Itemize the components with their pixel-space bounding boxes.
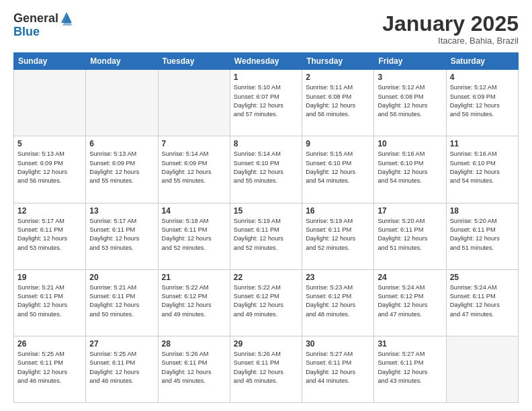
table-row: 23Sunrise: 5:23 AM Sunset: 6:12 PM Dayli… [302, 269, 374, 336]
location-subtitle: Itacare, Bahia, Brazil [382, 36, 519, 46]
day-info: Sunrise: 5:19 AM Sunset: 6:11 PM Dayligh… [306, 217, 370, 253]
day-info: Sunrise: 5:10 AM Sunset: 6:07 PM Dayligh… [234, 83, 298, 119]
day-number: 2 [306, 73, 370, 82]
day-number: 15 [234, 206, 298, 216]
calendar-header-row: Sunday Monday Tuesday Wednesday Thursday… [14, 53, 519, 70]
table-row: 2Sunrise: 5:11 AM Sunset: 6:08 PM Daylig… [302, 70, 374, 136]
table-row: 21Sunrise: 5:22 AM Sunset: 6:12 PM Dayli… [158, 269, 230, 336]
header-thursday: Thursday [302, 53, 374, 70]
table-row: 3Sunrise: 5:12 AM Sunset: 6:08 PM Daylig… [374, 70, 446, 136]
day-number: 20 [89, 273, 154, 282]
day-number: 17 [378, 206, 442, 216]
table-row: 28Sunrise: 5:26 AM Sunset: 6:11 PM Dayli… [158, 336, 230, 402]
table-row: 17Sunrise: 5:20 AM Sunset: 6:11 PM Dayli… [374, 203, 446, 269]
table-row: 14Sunrise: 5:18 AM Sunset: 6:11 PM Dayli… [158, 203, 230, 269]
table-row: 31Sunrise: 5:27 AM Sunset: 6:11 PM Dayli… [374, 336, 446, 402]
header-friday: Friday [374, 53, 446, 70]
day-info: Sunrise: 5:12 AM Sunset: 6:09 PM Dayligh… [450, 83, 515, 119]
day-number: 27 [89, 339, 154, 349]
logo: General Blue [13, 12, 73, 39]
table-row: 27Sunrise: 5:25 AM Sunset: 6:11 PM Dayli… [86, 336, 158, 402]
day-info: Sunrise: 5:17 AM Sunset: 6:11 PM Dayligh… [17, 217, 82, 253]
logo-general: General [13, 12, 58, 26]
day-number: 26 [17, 339, 82, 349]
table-row: 25Sunrise: 5:24 AM Sunset: 6:11 PM Dayli… [446, 269, 518, 336]
day-info: Sunrise: 5:20 AM Sunset: 6:11 PM Dayligh… [378, 217, 442, 253]
calendar-week-row: 26Sunrise: 5:25 AM Sunset: 6:11 PM Dayli… [14, 336, 519, 402]
calendar-week-row: 1Sunrise: 5:10 AM Sunset: 6:07 PM Daylig… [14, 70, 519, 136]
day-number: 4 [450, 73, 515, 82]
table-row: 22Sunrise: 5:22 AM Sunset: 6:12 PM Dayli… [230, 269, 302, 336]
day-number: 11 [450, 139, 515, 148]
day-number: 19 [17, 273, 82, 282]
day-number: 25 [450, 273, 515, 282]
header-tuesday: Tuesday [158, 53, 230, 70]
month-title: January 2025 [382, 12, 519, 36]
day-number: 23 [306, 273, 370, 282]
table-row: 9Sunrise: 5:15 AM Sunset: 6:10 PM Daylig… [302, 136, 374, 203]
day-info: Sunrise: 5:22 AM Sunset: 6:12 PM Dayligh… [162, 283, 226, 319]
day-number: 24 [378, 273, 442, 282]
table-row: 16Sunrise: 5:19 AM Sunset: 6:11 PM Dayli… [302, 203, 374, 269]
day-number: 16 [306, 206, 370, 216]
day-info: Sunrise: 5:11 AM Sunset: 6:08 PM Dayligh… [306, 83, 370, 119]
day-info: Sunrise: 5:26 AM Sunset: 6:11 PM Dayligh… [162, 350, 226, 385]
day-number: 14 [162, 206, 226, 216]
page: General Blue January 2025 Itacare, Bahia… [0, 0, 532, 411]
day-info: Sunrise: 5:26 AM Sunset: 6:11 PM Dayligh… [234, 350, 298, 385]
header-monday: Monday [86, 53, 158, 70]
day-info: Sunrise: 5:25 AM Sunset: 6:11 PM Dayligh… [89, 350, 154, 385]
day-info: Sunrise: 5:14 AM Sunset: 6:10 PM Dayligh… [234, 150, 298, 185]
logo-text: General Blue [13, 12, 73, 39]
calendar-table: Sunday Monday Tuesday Wednesday Thursday… [13, 52, 519, 403]
day-number: 3 [378, 73, 442, 82]
calendar-week-row: 5Sunrise: 5:13 AM Sunset: 6:09 PM Daylig… [14, 136, 519, 203]
day-number: 6 [89, 139, 154, 148]
table-row: 11Sunrise: 5:16 AM Sunset: 6:10 PM Dayli… [446, 136, 518, 203]
day-info: Sunrise: 5:15 AM Sunset: 6:10 PM Dayligh… [306, 150, 370, 185]
day-number: 18 [450, 206, 515, 216]
header-wednesday: Wednesday [230, 53, 302, 70]
day-info: Sunrise: 5:23 AM Sunset: 6:12 PM Dayligh… [306, 283, 370, 319]
logo-blue: Blue [13, 26, 73, 39]
day-info: Sunrise: 5:18 AM Sunset: 6:11 PM Dayligh… [162, 217, 226, 253]
day-number: 1 [234, 73, 298, 82]
logo-icon [60, 11, 73, 26]
day-info: Sunrise: 5:27 AM Sunset: 6:11 PM Dayligh… [306, 350, 370, 385]
day-number: 30 [306, 339, 370, 349]
day-number: 21 [162, 273, 226, 282]
day-info: Sunrise: 5:13 AM Sunset: 6:09 PM Dayligh… [17, 150, 82, 185]
table-row: 8Sunrise: 5:14 AM Sunset: 6:10 PM Daylig… [230, 136, 302, 203]
day-info: Sunrise: 5:24 AM Sunset: 6:12 PM Dayligh… [378, 283, 442, 319]
table-row: 7Sunrise: 5:14 AM Sunset: 6:09 PM Daylig… [158, 136, 230, 203]
day-number: 5 [17, 139, 82, 148]
day-number: 22 [234, 273, 298, 282]
table-row [14, 70, 86, 136]
title-block: January 2025 Itacare, Bahia, Brazil [382, 12, 519, 46]
day-info: Sunrise: 5:14 AM Sunset: 6:09 PM Dayligh… [162, 150, 226, 185]
table-row: 12Sunrise: 5:17 AM Sunset: 6:11 PM Dayli… [14, 203, 86, 269]
table-row [86, 70, 158, 136]
day-info: Sunrise: 5:24 AM Sunset: 6:11 PM Dayligh… [450, 283, 515, 319]
table-row [158, 70, 230, 136]
table-row: 15Sunrise: 5:19 AM Sunset: 6:11 PM Dayli… [230, 203, 302, 269]
table-row: 18Sunrise: 5:20 AM Sunset: 6:11 PM Dayli… [446, 203, 518, 269]
table-row [446, 336, 518, 402]
day-info: Sunrise: 5:25 AM Sunset: 6:11 PM Dayligh… [17, 350, 82, 385]
calendar-week-row: 19Sunrise: 5:21 AM Sunset: 6:11 PM Dayli… [14, 269, 519, 336]
day-number: 8 [234, 139, 298, 148]
table-row: 26Sunrise: 5:25 AM Sunset: 6:11 PM Dayli… [14, 336, 86, 402]
table-row: 10Sunrise: 5:16 AM Sunset: 6:10 PM Dayli… [374, 136, 446, 203]
table-row: 1Sunrise: 5:10 AM Sunset: 6:07 PM Daylig… [230, 70, 302, 136]
day-number: 10 [378, 139, 442, 148]
day-info: Sunrise: 5:16 AM Sunset: 6:10 PM Dayligh… [378, 150, 442, 185]
table-row: 29Sunrise: 5:26 AM Sunset: 6:11 PM Dayli… [230, 336, 302, 402]
day-number: 9 [306, 139, 370, 148]
day-info: Sunrise: 5:19 AM Sunset: 6:11 PM Dayligh… [234, 217, 298, 253]
day-number: 7 [162, 139, 226, 148]
header-sunday: Sunday [14, 53, 86, 70]
table-row: 6Sunrise: 5:13 AM Sunset: 6:09 PM Daylig… [86, 136, 158, 203]
table-row: 5Sunrise: 5:13 AM Sunset: 6:09 PM Daylig… [14, 136, 86, 203]
table-row: 19Sunrise: 5:21 AM Sunset: 6:11 PM Dayli… [14, 269, 86, 336]
day-info: Sunrise: 5:21 AM Sunset: 6:11 PM Dayligh… [17, 283, 82, 319]
